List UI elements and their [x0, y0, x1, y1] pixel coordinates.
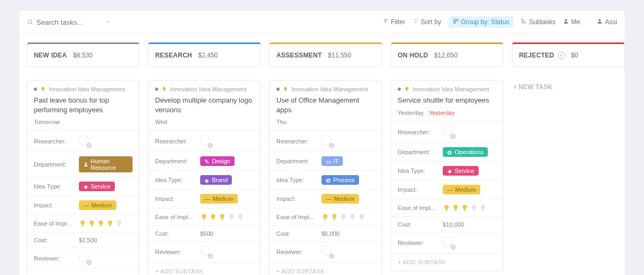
ease-rating[interactable]	[200, 213, 254, 221]
ease-rating[interactable]	[443, 204, 496, 212]
search-icon	[27, 19, 33, 25]
filter-icon	[383, 18, 389, 26]
column-header[interactable]: REJECTED ✓ $0	[512, 42, 625, 67]
department-badge[interactable]: Human Resource	[79, 156, 133, 172]
add-reviewer-button[interactable]: +	[200, 246, 212, 258]
department-badge[interactable]: ✿Operations	[443, 147, 488, 157]
add-subtask-button[interactable]: + ADD SUBTASK	[149, 262, 260, 275]
gear-icon: ✿	[326, 177, 331, 183]
cost-value: $500	[200, 230, 254, 237]
add-subtask-button[interactable]: + ADD SUBTASK	[27, 269, 139, 275]
me-label: Me	[571, 18, 580, 26]
search-wrap	[27, 18, 123, 26]
field-label: Reviewer:	[34, 255, 74, 262]
card-title: Paid leave bonus for top performing empl…	[27, 96, 139, 119]
ideatype-badge[interactable]: ◈Brand	[200, 175, 232, 185]
column-header[interactable]: NEW IDEA $8,530	[27, 42, 140, 67]
row-ideatype: Idea Type:★Service	[27, 177, 139, 196]
bulb-icon	[340, 213, 347, 221]
row-cost: Cost:$6,000	[270, 226, 382, 241]
bulb-icon	[162, 86, 167, 92]
row-impact: Impact:— Medium	[27, 196, 139, 214]
row-ideatype: Idea Type:◈Brand	[149, 170, 260, 189]
column-amount: $12,650	[434, 52, 457, 59]
ease-rating[interactable]	[321, 213, 375, 221]
card-project: Innovation Idea Management	[391, 81, 503, 96]
task-card[interactable]: Innovation Idea Management Paid leave bo…	[27, 80, 140, 275]
chevron-down-icon[interactable]	[104, 18, 111, 26]
sortby-label: Sort by	[421, 18, 441, 26]
new-task-button[interactable]: + NEW TASK	[512, 80, 625, 94]
field-label: Idea Type:	[155, 177, 195, 183]
filter-button[interactable]: Filter	[383, 18, 405, 26]
column-amount: $2,450	[198, 52, 218, 59]
task-card[interactable]: Innovation Idea Management Use of Office…	[269, 80, 382, 275]
groupby-label: Group by: Status	[461, 18, 509, 26]
card-title: Use of Office Management apps	[270, 96, 382, 119]
app-window: Filter Sort by Group by: Status Subtasks…	[19, 11, 625, 275]
ideatype-badge[interactable]: ★Service	[443, 166, 479, 176]
field-label: Cost:	[34, 237, 74, 243]
ideatype-badge[interactable]: ✿Process	[321, 175, 359, 185]
person-icon	[563, 18, 569, 26]
project-label: Innovation Idea Management	[291, 86, 368, 92]
row-researcher: Researcher:+	[27, 131, 139, 151]
add-reviewer-button[interactable]: +	[321, 246, 333, 258]
field-label: Ease of Impl...	[155, 214, 195, 220]
project-label: Innovation Idea Management	[413, 86, 489, 92]
cost-value: $2,500	[79, 237, 133, 243]
field-label: Cost:	[155, 230, 195, 237]
ease-rating[interactable]	[79, 219, 133, 228]
svg-rect-7	[456, 19, 458, 21]
column-research: RESEARCH $2,450 Innovation Idea Manageme…	[148, 42, 261, 275]
add-researcher-button[interactable]: +	[443, 126, 455, 138]
impact-badge[interactable]: — Medium	[443, 185, 480, 194]
add-researcher-button[interactable]: +	[200, 135, 212, 147]
task-card[interactable]: Innovation Idea Management Develop multi…	[148, 80, 261, 275]
sort-icon	[413, 18, 419, 26]
department-badge[interactable]: ▭IT	[321, 156, 343, 166]
column-onhold: ON HOLD $12,650 Innovation Idea Manageme…	[391, 42, 503, 275]
add-researcher-button[interactable]: +	[321, 135, 333, 147]
bulb-icon	[228, 213, 235, 221]
check-icon: ✓	[558, 52, 565, 59]
subtasks-button[interactable]: Subtasks	[521, 18, 555, 26]
ideatype-badge[interactable]: ★Service	[79, 182, 115, 191]
field-label: Department:	[276, 158, 316, 164]
row-impact: Impact:— Medium	[149, 189, 260, 208]
bulb-icon	[237, 213, 244, 221]
department-badge[interactable]: ✎Design	[200, 156, 235, 166]
dash-icon: —	[83, 202, 89, 208]
add-reviewer-button[interactable]: +	[443, 237, 455, 249]
task-card[interactable]: Innovation Idea Management Service shutt…	[391, 80, 503, 271]
column-header[interactable]: ASSESSMENT $11,550	[269, 42, 382, 67]
status-dot	[398, 88, 401, 91]
add-subtask-button[interactable]: + ADD SUBTASK	[270, 262, 382, 275]
column-header[interactable]: RESEARCH $2,450	[148, 42, 261, 67]
add-reviewer-button[interactable]: +	[79, 252, 91, 264]
impact-badge[interactable]: — Medium	[321, 194, 359, 204]
bulb-icon	[40, 86, 46, 92]
column-amount: $0	[571, 52, 578, 59]
field-label: Reviewer:	[155, 249, 195, 255]
row-ideatype: Idea Type:✿Process	[270, 170, 382, 189]
bulb-icon	[79, 219, 86, 228]
field-label: Ease of Impl...	[276, 214, 316, 220]
column-title: ASSESSMENT	[276, 52, 322, 59]
add-subtask-button[interactable]: + ADD SUBTASK	[391, 253, 503, 271]
groupby-button[interactable]: Group by: Status	[449, 16, 514, 28]
bulb-icon	[209, 213, 217, 221]
search-input[interactable]	[36, 18, 101, 26]
column-header[interactable]: ON HOLD $12,650	[391, 42, 503, 67]
bulb-icon	[88, 219, 96, 228]
impact-badge[interactable]: — Medium	[79, 200, 116, 210]
column-new-idea: NEW IDEA $8,530 Innovation Idea Manageme…	[27, 42, 140, 275]
me-button[interactable]: Me	[563, 18, 580, 26]
field-label: Ease of Impl...	[34, 220, 74, 227]
sortby-button[interactable]: Sort by	[413, 18, 441, 26]
assignee-button[interactable]: Assi	[597, 18, 617, 26]
bulb-icon	[331, 213, 338, 221]
row-researcher: Researcher:+	[270, 131, 382, 151]
add-researcher-button[interactable]: +	[79, 135, 91, 147]
impact-badge[interactable]: — Medium	[200, 194, 238, 204]
